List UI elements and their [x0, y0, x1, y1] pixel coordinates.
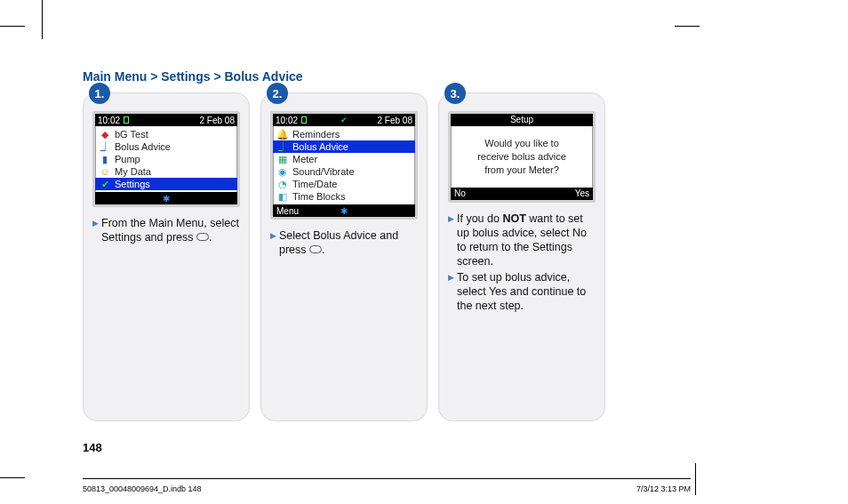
step-panel-2: 2. 10:02 ✔ 2 Feb 08 🔔Reminders ⏌Bolus Ad… [260, 92, 428, 421]
menu-item[interactable]: ◔Time/Date [273, 178, 415, 190]
step-panel-1: 1. 10:02 2 Feb 08 ◆bG Test ⏌Bolus Advice… [83, 92, 250, 421]
settings-icon: ✔ [99, 179, 111, 189]
status-date: 2 Feb 08 [378, 116, 412, 125]
pump-icon: ▮ [99, 154, 111, 164]
main-menu-list: ◆bG Test ⏌Bolus Advice ▮Pump ☺My Data ✔S… [95, 126, 237, 192]
bluetooth-icon: ✱ [340, 206, 348, 216]
step-marker-3: 3. [444, 83, 466, 104]
step-panel-3: 3. Setup Would you like to receive bolus… [438, 92, 605, 421]
footer-date: 7/3/12 3:13 PM [636, 484, 691, 493]
bolus-icon: ⏌ [99, 141, 111, 152]
breadcrumb: Main Menu > Settings > Bolus Advice [83, 69, 765, 84]
instruction-text: From the Main Menu, select Settings and … [92, 216, 240, 244]
soft-key-no[interactable]: No [454, 188, 466, 198]
step-marker-1: 1. [89, 83, 110, 104]
menu-item[interactable]: ▦Meter [273, 153, 415, 165]
device-screen-2: 10:02 ✔ 2 Feb 08 🔔Reminders ⏌Bolus Advic… [270, 111, 418, 220]
page: Main Menu > Settings > Bolus Advice 1. 1… [42, 0, 806, 504]
instruction-text: If you do NOT want to set up bolus advic… [448, 212, 596, 313]
sound-icon: ◉ [276, 166, 289, 177]
bell-icon: 🔔 [276, 129, 289, 140]
menu-item-selected[interactable]: ✔Settings [95, 178, 237, 190]
soft-left[interactable]: Menu [276, 206, 299, 216]
device-screen-3: Setup Would you like to receive bolus ad… [448, 111, 596, 203]
menu-item[interactable]: ▮Pump [95, 153, 237, 165]
menu-item[interactable]: ⏌Bolus Advice [95, 140, 237, 153]
device-screen-1: 10:02 2 Feb 08 ◆bG Test ⏌Bolus Advice ▮P… [92, 111, 240, 207]
menu-item[interactable]: 🔔Reminders [273, 128, 415, 140]
footer-crop-mark [695, 463, 696, 495]
status-bar: 10:02 2 Feb 08 [95, 114, 237, 126]
page-number: 148 [83, 441, 102, 454]
check-icon: ✔ [340, 116, 348, 124]
ok-key-icon [196, 233, 209, 241]
settings-menu-list: 🔔Reminders ⏌Bolus Advice ▦Meter ◉Sound/V… [273, 126, 415, 204]
status-time: 10:02 [98, 116, 120, 125]
menu-item-selected[interactable]: ⏌Bolus Advice [273, 140, 415, 153]
meter-icon: ▦ [276, 154, 289, 164]
bluetooth-icon: ✱ [163, 194, 170, 204]
step-marker-2: 2. [267, 83, 288, 104]
drop-icon: ◆ [99, 129, 111, 140]
soft-key-yes[interactable]: Yes [575, 188, 589, 198]
battery-icon [124, 116, 129, 124]
status-bar: 10:02 ✔ 2 Feb 08 [273, 114, 415, 126]
menu-item[interactable]: ◉Sound/Vibrate [273, 165, 415, 178]
blocks-icon: ◧ [276, 191, 289, 202]
soft-key-bar: ✱ [95, 192, 237, 204]
battery-icon [301, 116, 307, 124]
setup-prompt: Would you like to receive bolus advice f… [451, 126, 593, 188]
bolus-icon: ⏌ [276, 141, 289, 152]
panels-row: 1. 10:02 2 Feb 08 ◆bG Test ⏌Bolus Advice… [83, 92, 765, 421]
soft-key-bar: Menu ✱ [273, 204, 415, 217]
menu-item[interactable]: ◆bG Test [95, 128, 237, 140]
instruction-text: Select Bolus Advice and press . [270, 228, 418, 257]
setup-title-bar: Setup [451, 114, 593, 126]
menu-item[interactable]: ☺My Data [95, 165, 237, 178]
print-footer: 50813_00048009694_D.indb 148 7/3/12 3:13… [83, 478, 691, 493]
status-time: 10:02 [276, 116, 298, 125]
soft-key-bar: No Yes [451, 188, 593, 200]
status-date: 2 Feb 08 [200, 116, 235, 125]
menu-item[interactable]: ◧Time Blocks [273, 190, 415, 203]
mydata-icon: ☺ [99, 166, 111, 177]
footer-file: 50813_00048009694_D.indb 148 [83, 484, 202, 493]
clock-icon: ◔ [276, 179, 289, 189]
ok-key-icon [309, 245, 322, 253]
